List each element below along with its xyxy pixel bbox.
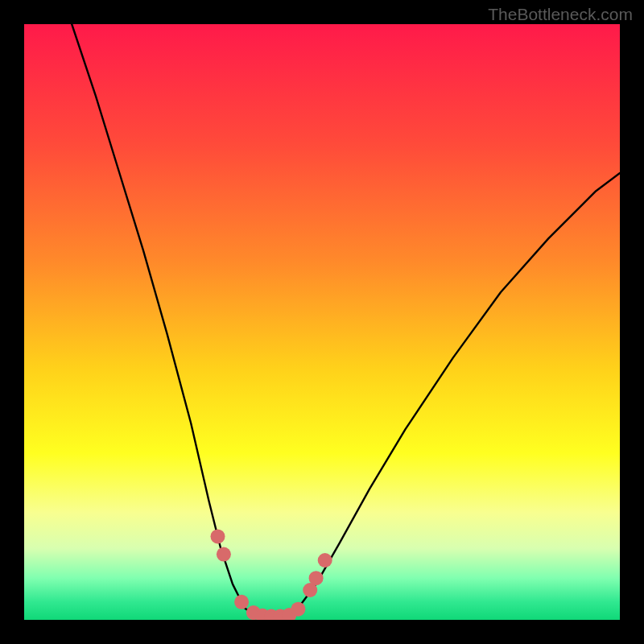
bottleneck-chart <box>24 24 620 620</box>
data-marker <box>211 529 225 543</box>
watermark-text: TheBottleneck.com <box>488 5 633 24</box>
data-marker <box>217 547 231 562</box>
gradient-background <box>24 24 620 620</box>
data-marker <box>291 602 305 617</box>
data-marker <box>234 595 249 609</box>
data-marker <box>318 553 332 568</box>
chart-svg <box>24 24 620 620</box>
data-marker <box>309 571 324 585</box>
